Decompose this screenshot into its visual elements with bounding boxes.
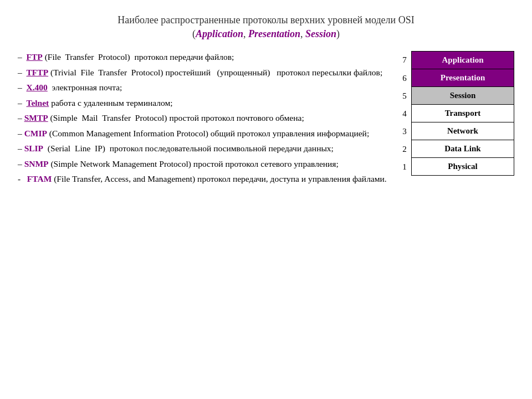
- bullet-tftp: – TFTP (Trivial File Transfer Protocol) …: [18, 66, 388, 79]
- layer-row-5: 5 Session: [398, 87, 514, 105]
- bullet-smtp: – SMTP (Simple Mail Transfer Protocol) п…: [18, 112, 388, 124]
- title-app: Application: [196, 28, 243, 39]
- slip-label: SLIP: [24, 144, 43, 153]
- layer-num-3: 3: [398, 122, 411, 140]
- layer-network: Network: [411, 122, 514, 140]
- page-title: Наиболее распространенные протоколы верх…: [18, 13, 514, 41]
- bullet-cmip: – CMIP (Common Management Information Pr…: [18, 127, 388, 140]
- layer-physical: Physical: [411, 158, 514, 176]
- ftp-label: FTP: [27, 52, 43, 62]
- osi-layers: 7 Application 6 Presentation 5 Session 4…: [398, 51, 514, 176]
- layer-row-1: 1 Physical: [398, 158, 514, 176]
- content-area: – FTP (File Transfer Protocol) протокол …: [18, 51, 514, 188]
- layer-row-3: 3 Network: [398, 122, 514, 140]
- tftp-label: TFTP: [27, 68, 49, 77]
- layer-row-4: 4 Transport: [398, 105, 514, 122]
- x400-label: X.400: [27, 83, 48, 92]
- layer-num-4: 4: [398, 105, 411, 122]
- layer-session: Session: [411, 87, 514, 105]
- bullet-ftam: - FTAM (File Transfer, Access, and Manag…: [18, 173, 388, 185]
- title-pres: Presentation: [248, 28, 300, 39]
- smtp-label: SMTP: [24, 113, 48, 122]
- layer-row-7: 7 Application: [398, 51, 514, 69]
- layer-num-6: 6: [398, 69, 411, 87]
- bullet-telnet: – Telnet работа с удаленным терминалом;: [18, 97, 388, 109]
- title-line2: (Application, Presentation, Session): [18, 27, 514, 41]
- ftam-label: FTAM: [27, 174, 52, 183]
- title-sess: Session: [305, 28, 336, 39]
- layer-num-7: 7: [398, 51, 411, 69]
- layer-num-1: 1: [398, 158, 411, 176]
- bullet-x400: – X.400 электронная почта;: [18, 81, 388, 94]
- layer-row-6: 6 Presentation: [398, 69, 514, 87]
- bullet-slip: – SLIP (Serial Line IP) протокол последо…: [18, 142, 388, 155]
- bullet-snmp: – SNMP (Simple Network Management Protoc…: [18, 158, 388, 170]
- layer-datalink: Data Link: [411, 140, 514, 158]
- snmp-label: SNMP: [24, 159, 49, 168]
- layer-row-2: 2 Data Link: [398, 140, 514, 158]
- layer-application: Application: [411, 51, 514, 69]
- layer-num-2: 2: [398, 140, 411, 158]
- layer-transport: Transport: [411, 105, 514, 122]
- cmip-label: CMIP: [24, 129, 47, 138]
- title-line1: Наиболее распространенные протоколы верх…: [18, 13, 514, 27]
- layer-num-5: 5: [398, 87, 411, 105]
- telnet-label: Telnet: [27, 98, 49, 108]
- layer-presentation: Presentation: [411, 69, 514, 87]
- osi-diagram: 7 Application 6 Presentation 5 Session 4…: [398, 51, 514, 176]
- text-column: – FTP (File Transfer Protocol) протокол …: [18, 51, 398, 188]
- bullet-ftp: – FTP (File Transfer Protocol) протокол …: [18, 51, 388, 63]
